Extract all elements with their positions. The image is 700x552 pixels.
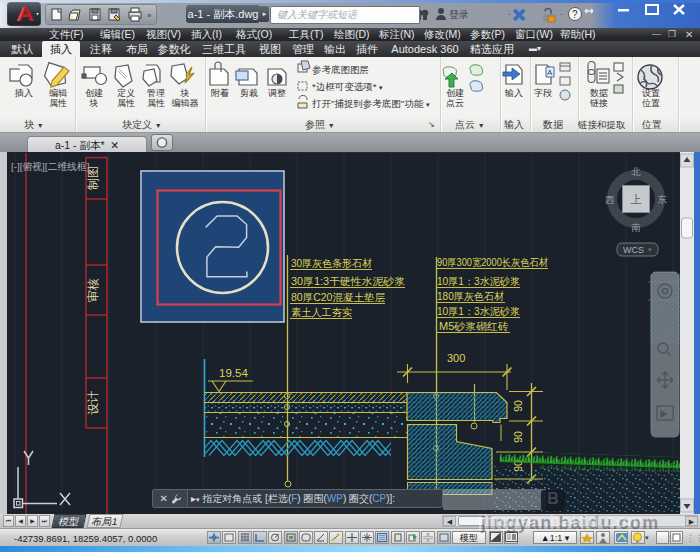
svg-text:东: 东 <box>657 194 667 205</box>
svg-text:10厚1：3水泥砂浆: 10厚1：3水泥砂浆 <box>437 305 520 317</box>
svg-text:北: 北 <box>631 166 641 177</box>
svg-text:19.54: 19.54 <box>219 367 248 379</box>
svg-text:90: 90 <box>512 431 524 443</box>
svg-text:90厚300宽2000长灰色石材: 90厚300宽2000长灰色石材 <box>437 256 548 268</box>
svg-text:南: 南 <box>631 222 641 233</box>
svg-text:·: · <box>508 9 511 19</box>
svg-text:80厚C20混凝土垫层: 80厚C20混凝土垫层 <box>291 291 385 303</box>
svg-text:登录: 登录 <box>449 9 469 20</box>
svg-text:A: A <box>547 68 553 77</box>
svg-text:30厚1:3干硬性水泥砂浆: 30厚1:3干硬性水泥砂浆 <box>291 275 406 287</box>
svg-text:30厚灰色条形石材: 30厚灰色条形石材 <box>291 257 372 269</box>
svg-text:»: » <box>147 11 152 20</box>
svg-text:[-][俯视][二维线框]: [-][俯视][二维线框] <box>11 161 90 172</box>
svg-text:西: 西 <box>605 194 615 205</box>
svg-text:素土人工夯实: 素土人工夯实 <box>291 306 352 318</box>
svg-text:300: 300 <box>447 352 465 364</box>
svg-text:90: 90 <box>512 400 524 412</box>
svg-text:设计: 设计 <box>86 391 100 415</box>
svg-text:10厚1：3水泥砂浆: 10厚1：3水泥砂浆 <box>437 275 520 287</box>
svg-text:WCS: WCS <box>623 245 644 255</box>
svg-text:·: · <box>560 9 563 19</box>
svg-text:▾: ▾ <box>648 246 652 253</box>
svg-text:M5砂浆砌红砖: M5砂浆砌红砖 <box>439 320 509 332</box>
svg-text:?: ? <box>572 9 578 20</box>
svg-text:审核: 审核 <box>86 278 100 302</box>
svg-text:上: 上 <box>631 193 642 205</box>
svg-text:180厚灰色石材: 180厚灰色石材 <box>437 290 504 302</box>
